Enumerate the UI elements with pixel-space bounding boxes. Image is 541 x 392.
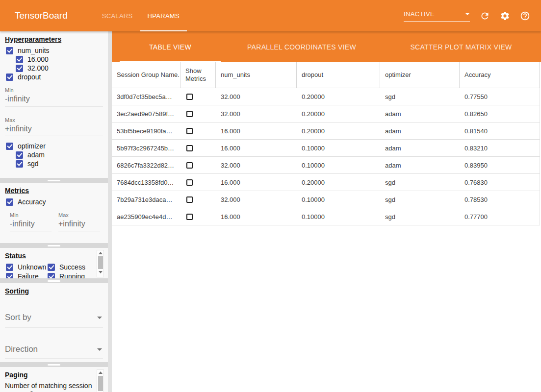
dropout-cell: 0.10000 [297, 213, 380, 220]
table-body: 3df0d7cf35bec5a… 32.000 0.20000 sgd 0.77… [112, 88, 540, 225]
scroll-up-icon[interactable] [99, 371, 103, 374]
table-row: 3ec2aed9e07589f… 32.000 0.20000 adam 0.8… [112, 105, 540, 122]
checkbox-checked-icon[interactable] [16, 151, 23, 159]
checkbox-checked-icon[interactable] [6, 264, 13, 271]
session-group-name-cell: 3ec2aed9e07589f… [112, 110, 180, 118]
checkbox-checked-icon[interactable] [16, 160, 23, 168]
num-units-cell: 32.000 [216, 93, 297, 100]
dropdown-arrow-icon [465, 13, 470, 15]
tab-scalars[interactable]: SCALARS [95, 0, 140, 31]
panel-resize-handle[interactable] [48, 364, 60, 366]
hyperparameter-item: 16.000 [0, 55, 108, 64]
tab-hparams[interactable]: HPARAMS [140, 0, 187, 31]
show-metrics-checkbox[interactable] [186, 111, 193, 117]
table-row: 7b29a731e3daca… 32.000 0.10000 sgd 0.785… [112, 191, 540, 208]
header-controls: INACTIVE [404, 0, 530, 31]
show-metrics-checkbox[interactable] [186, 94, 193, 100]
checkbox-checked-icon[interactable] [6, 143, 13, 150]
status-list: Unknown Success Failure Running [0, 263, 108, 278]
accuracy-cell: 0.78530 [460, 196, 540, 203]
optimizer-item: adam [0, 150, 108, 159]
checkbox-checked-icon[interactable] [16, 56, 23, 63]
panel-resize-handle[interactable] [48, 180, 60, 181]
table-header-row: Session Group Name. Show Metrics num_uni… [112, 62, 540, 88]
run-status-value: INACTIVE [404, 10, 435, 18]
session-group-name-cell: 7684dcc13358fd0… [112, 179, 180, 186]
panel-sorting: Sorting Sort by Direction [0, 283, 108, 362]
header-nav-tabs: SCALARS HPARAMS [95, 0, 187, 31]
session-group-name-cell: 6826c7fa3322d82… [112, 162, 180, 169]
min-input[interactable]: -infinity [5, 95, 103, 106]
sort-by-select[interactable]: Sort by [5, 313, 103, 327]
panel-divider [0, 178, 108, 183]
optimizer-cell: sgd [380, 196, 460, 203]
show-metrics-checkbox[interactable] [186, 214, 193, 220]
settings-gear-icon[interactable] [500, 11, 510, 21]
checkbox-checked-icon[interactable] [16, 65, 23, 72]
optimizer-cell: sgd [380, 213, 460, 220]
metric-minmax-row: Min -infinity Max +infinity [10, 212, 103, 231]
show-metrics-cell [180, 111, 216, 117]
show-metrics-checkbox[interactable] [186, 162, 193, 169]
tab-scatter-plot-matrix-view[interactable]: SCATTER PLOT MATRIX VIEW [383, 31, 540, 62]
dropdown-arrow-icon [97, 348, 102, 351]
checkbox-checked-icon[interactable] [48, 273, 55, 279]
optimizer-cell: adam [380, 145, 460, 152]
checkbox-checked-icon[interactable] [6, 198, 13, 206]
session-group-name-cell: 5b97f3c2967245b… [112, 145, 180, 152]
panel-paging: Paging Number of matching session groups… [0, 367, 108, 392]
session-group-table: Session Group Name. Show Metrics num_uni… [112, 62, 540, 225]
dropout-cell: 0.20000 [297, 127, 380, 135]
show-metrics-checkbox[interactable] [186, 196, 193, 203]
scrollbar-thumb[interactable] [98, 376, 103, 391]
panel-resize-handle[interactable] [48, 245, 60, 246]
table-row: 5b97f3c2967245b… 16.000 0.10000 adam 0.8… [112, 140, 540, 157]
tab-parallel-coordinates-view[interactable]: PARALLEL COORDINATES VIEW [221, 31, 383, 62]
table-row: ae235909ec4e4d… 16.000 0.10000 sgd 0.777… [112, 208, 540, 225]
help-icon[interactable] [520, 11, 530, 21]
min-input[interactable]: -infinity [10, 220, 52, 231]
col-session-group-name: Session Group Name. [112, 62, 180, 88]
panel-resize-handle[interactable] [48, 280, 60, 282]
optimizer-list: optimizer adam sgd [0, 142, 108, 168]
paging-scrollbar[interactable] [97, 369, 104, 392]
optimizer-cell: sgd [380, 179, 460, 186]
num-units-cell: 32.000 [216, 110, 297, 118]
panel-divider [0, 362, 108, 367]
num-units-cell: 32.000 [216, 162, 297, 169]
panel-divider [0, 243, 108, 248]
scroll-up-icon[interactable] [99, 252, 103, 254]
show-metrics-cell [180, 214, 216, 220]
max-input[interactable]: +infinity [5, 124, 103, 136]
scroll-down-icon[interactable] [99, 271, 103, 273]
hyperparameter-item: 32.000 [0, 64, 108, 73]
scrollbar-thumb[interactable] [98, 256, 103, 269]
session-group-name-cell: 53bf5bece9190fa… [112, 127, 180, 135]
direction-select[interactable]: Direction [5, 344, 103, 359]
checkbox-checked-icon[interactable] [48, 264, 55, 271]
checkbox-checked-icon[interactable] [6, 273, 13, 279]
paging-summary: Number of matching session groups: 8 [5, 382, 92, 392]
refresh-icon[interactable] [480, 11, 490, 21]
metric-max-field: Max +infinity [58, 212, 100, 231]
show-metrics-checkbox[interactable] [186, 145, 193, 151]
max-input[interactable]: +infinity [58, 220, 100, 231]
accuracy-cell: 0.83210 [460, 145, 540, 152]
panel-metrics: Metrics Accuracy Min -infinity Max +infi… [0, 183, 108, 243]
show-metrics-checkbox[interactable] [186, 128, 193, 134]
app-header: TensorBoard SCALARS HPARAMS INACTIVE [0, 0, 541, 31]
hparam-min-field: Min -infinity [5, 87, 103, 106]
run-status-dropdown[interactable]: INACTIVE [404, 10, 470, 22]
metric-min-field: Min -infinity [10, 212, 52, 231]
checkbox-checked-icon[interactable] [6, 74, 13, 81]
status-scrollbar[interactable] [97, 250, 104, 277]
direction-value: Direction [5, 344, 38, 354]
num-units-cell: 16.000 [216, 127, 297, 135]
show-metrics-cell [180, 179, 216, 186]
hyperparameters-title: Hyperparameters [5, 35, 103, 43]
optimizer-item: optimizer [0, 142, 108, 150]
accuracy-cell: 0.77550 [460, 93, 540, 100]
checkbox-checked-icon[interactable] [6, 47, 13, 54]
show-metrics-checkbox[interactable] [186, 179, 193, 186]
tab-table-view[interactable]: TABLE VIEW [120, 31, 221, 62]
